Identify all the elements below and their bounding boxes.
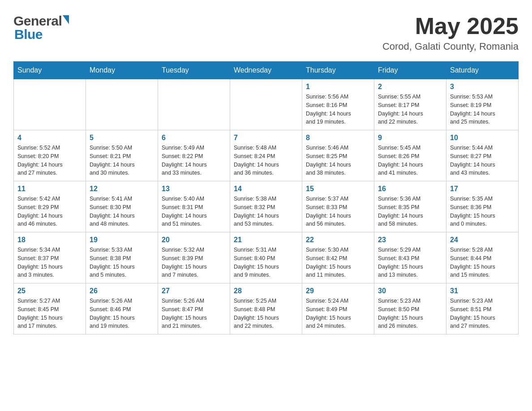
calendar-cell: 2Sunrise: 5:55 AM Sunset: 8:17 PM Daylig…: [374, 79, 446, 130]
day-number: 7: [234, 134, 298, 142]
day-info: Sunrise: 5:26 AM Sunset: 8:46 PM Dayligh…: [90, 297, 154, 330]
day-number: 6: [162, 134, 226, 142]
day-number: 17: [450, 185, 515, 193]
calendar-cell: 16Sunrise: 5:36 AM Sunset: 8:35 PM Dayli…: [374, 181, 446, 232]
column-header-wednesday: Wednesday: [230, 62, 302, 79]
calendar-cell: 3Sunrise: 5:53 AM Sunset: 8:19 PM Daylig…: [446, 79, 519, 130]
month-year-title: May 2025: [382, 13, 519, 39]
column-header-friday: Friday: [374, 62, 446, 79]
calendar-cell: 9Sunrise: 5:45 AM Sunset: 8:26 PM Daylig…: [374, 130, 446, 181]
calendar-cell: 15Sunrise: 5:37 AM Sunset: 8:33 PM Dayli…: [302, 181, 374, 232]
title-section: May 2025 Corod, Galati County, Romania: [382, 13, 519, 52]
day-number: 9: [378, 134, 442, 142]
day-number: 25: [17, 287, 82, 295]
calendar-cell: [230, 79, 302, 130]
day-number: 26: [90, 287, 154, 295]
day-info: Sunrise: 5:48 AM Sunset: 8:24 PM Dayligh…: [234, 144, 298, 177]
day-info: Sunrise: 5:24 AM Sunset: 8:49 PM Dayligh…: [306, 297, 370, 330]
logo-blue-text: Blue: [14, 27, 43, 42]
day-info: Sunrise: 5:26 AM Sunset: 8:47 PM Dayligh…: [162, 297, 226, 330]
calendar-cell: [158, 79, 230, 130]
logo: General Blue: [13, 13, 69, 42]
calendar-cell: 5Sunrise: 5:50 AM Sunset: 8:21 PM Daylig…: [86, 130, 158, 181]
day-info: Sunrise: 5:25 AM Sunset: 8:48 PM Dayligh…: [234, 297, 298, 330]
day-number: 4: [17, 134, 82, 142]
day-number: 24: [450, 236, 515, 244]
day-number: 31: [450, 287, 515, 295]
calendar-cell: 25Sunrise: 5:27 AM Sunset: 8:45 PM Dayli…: [14, 283, 86, 334]
day-info: Sunrise: 5:46 AM Sunset: 8:25 PM Dayligh…: [306, 144, 370, 177]
calendar-week-row: 11Sunrise: 5:42 AM Sunset: 8:29 PM Dayli…: [14, 181, 519, 232]
calendar-week-row: 25Sunrise: 5:27 AM Sunset: 8:45 PM Dayli…: [14, 283, 519, 334]
day-number: 2: [378, 83, 442, 91]
day-number: 8: [306, 134, 370, 142]
day-info: Sunrise: 5:32 AM Sunset: 8:39 PM Dayligh…: [162, 246, 226, 279]
day-info: Sunrise: 5:53 AM Sunset: 8:19 PM Dayligh…: [450, 93, 515, 126]
calendar-cell: 17Sunrise: 5:35 AM Sunset: 8:36 PM Dayli…: [446, 181, 519, 232]
calendar-week-row: 4Sunrise: 5:52 AM Sunset: 8:20 PM Daylig…: [14, 130, 519, 181]
logo-triangle-icon: [63, 15, 69, 24]
column-header-tuesday: Tuesday: [158, 62, 230, 79]
day-number: 11: [17, 185, 82, 193]
calendar-cell: 22Sunrise: 5:30 AM Sunset: 8:42 PM Dayli…: [302, 232, 374, 283]
column-header-monday: Monday: [86, 62, 158, 79]
day-number: 22: [306, 236, 370, 244]
calendar-cell: 12Sunrise: 5:41 AM Sunset: 8:30 PM Dayli…: [86, 181, 158, 232]
calendar-week-row: 1Sunrise: 5:56 AM Sunset: 8:16 PM Daylig…: [14, 79, 519, 130]
day-number: 15: [306, 185, 370, 193]
calendar-cell: 28Sunrise: 5:25 AM Sunset: 8:48 PM Dayli…: [230, 283, 302, 334]
day-info: Sunrise: 5:49 AM Sunset: 8:22 PM Dayligh…: [162, 144, 226, 177]
day-info: Sunrise: 5:23 AM Sunset: 8:51 PM Dayligh…: [450, 297, 515, 330]
day-number: 5: [90, 134, 154, 142]
calendar-cell: 10Sunrise: 5:44 AM Sunset: 8:27 PM Dayli…: [446, 130, 519, 181]
calendar-cell: 31Sunrise: 5:23 AM Sunset: 8:51 PM Dayli…: [446, 283, 519, 334]
day-info: Sunrise: 5:27 AM Sunset: 8:45 PM Dayligh…: [17, 297, 82, 330]
calendar-cell: [86, 79, 158, 130]
day-number: 28: [234, 287, 298, 295]
day-info: Sunrise: 5:31 AM Sunset: 8:40 PM Dayligh…: [234, 246, 298, 279]
column-header-sunday: Sunday: [14, 62, 86, 79]
day-number: 20: [162, 236, 226, 244]
column-header-saturday: Saturday: [446, 62, 519, 79]
column-header-thursday: Thursday: [302, 62, 374, 79]
day-info: Sunrise: 5:42 AM Sunset: 8:29 PM Dayligh…: [17, 195, 82, 228]
calendar-cell: 23Sunrise: 5:29 AM Sunset: 8:43 PM Dayli…: [374, 232, 446, 283]
day-info: Sunrise: 5:23 AM Sunset: 8:50 PM Dayligh…: [378, 297, 442, 330]
calendar-cell: 29Sunrise: 5:24 AM Sunset: 8:49 PM Dayli…: [302, 283, 374, 334]
day-info: Sunrise: 5:55 AM Sunset: 8:17 PM Dayligh…: [378, 93, 442, 126]
day-info: Sunrise: 5:40 AM Sunset: 8:31 PM Dayligh…: [162, 195, 226, 228]
day-number: 27: [162, 287, 226, 295]
day-number: 23: [378, 236, 442, 244]
day-number: 13: [162, 185, 226, 193]
day-info: Sunrise: 5:30 AM Sunset: 8:42 PM Dayligh…: [306, 246, 370, 279]
calendar-cell: 8Sunrise: 5:46 AM Sunset: 8:25 PM Daylig…: [302, 130, 374, 181]
day-info: Sunrise: 5:45 AM Sunset: 8:26 PM Dayligh…: [378, 144, 442, 177]
location-subtitle: Corod, Galati County, Romania: [382, 41, 519, 52]
day-info: Sunrise: 5:35 AM Sunset: 8:36 PM Dayligh…: [450, 195, 515, 228]
day-info: Sunrise: 5:52 AM Sunset: 8:20 PM Dayligh…: [17, 144, 82, 177]
day-number: 29: [306, 287, 370, 295]
calendar-week-row: 18Sunrise: 5:34 AM Sunset: 8:37 PM Dayli…: [14, 232, 519, 283]
calendar-cell: 6Sunrise: 5:49 AM Sunset: 8:22 PM Daylig…: [158, 130, 230, 181]
day-info: Sunrise: 5:33 AM Sunset: 8:38 PM Dayligh…: [90, 246, 154, 279]
calendar-header-row: SundayMondayTuesdayWednesdayThursdayFrid…: [14, 62, 519, 79]
day-info: Sunrise: 5:37 AM Sunset: 8:33 PM Dayligh…: [306, 195, 370, 228]
calendar-cell: 11Sunrise: 5:42 AM Sunset: 8:29 PM Dayli…: [14, 181, 86, 232]
day-number: 10: [450, 134, 515, 142]
calendar-table: SundayMondayTuesdayWednesdayThursdayFrid…: [13, 61, 519, 334]
calendar-cell: 4Sunrise: 5:52 AM Sunset: 8:20 PM Daylig…: [14, 130, 86, 181]
logo-general-text: General: [13, 13, 62, 29]
day-info: Sunrise: 5:36 AM Sunset: 8:35 PM Dayligh…: [378, 195, 442, 228]
calendar-cell: 30Sunrise: 5:23 AM Sunset: 8:50 PM Dayli…: [374, 283, 446, 334]
day-number: 12: [90, 185, 154, 193]
day-info: Sunrise: 5:50 AM Sunset: 8:21 PM Dayligh…: [90, 144, 154, 177]
day-info: Sunrise: 5:34 AM Sunset: 8:37 PM Dayligh…: [17, 246, 82, 279]
calendar-cell: 18Sunrise: 5:34 AM Sunset: 8:37 PM Dayli…: [14, 232, 86, 283]
day-number: 16: [378, 185, 442, 193]
day-info: Sunrise: 5:38 AM Sunset: 8:32 PM Dayligh…: [234, 195, 298, 228]
day-info: Sunrise: 5:29 AM Sunset: 8:43 PM Dayligh…: [378, 246, 442, 279]
calendar-cell: 7Sunrise: 5:48 AM Sunset: 8:24 PM Daylig…: [230, 130, 302, 181]
calendar-cell: 13Sunrise: 5:40 AM Sunset: 8:31 PM Dayli…: [158, 181, 230, 232]
day-number: 18: [17, 236, 82, 244]
day-info: Sunrise: 5:28 AM Sunset: 8:44 PM Dayligh…: [450, 246, 515, 279]
